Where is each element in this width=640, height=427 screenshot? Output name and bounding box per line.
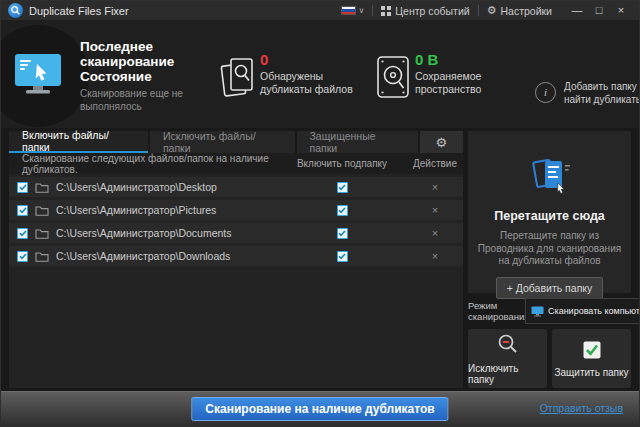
- protect-folder-button[interactable]: Защитить папку: [552, 329, 631, 388]
- list-settings-button[interactable]: ⚙: [420, 131, 463, 153]
- protected-check-icon: [582, 340, 602, 360]
- folder-icon: [35, 251, 49, 262]
- titlebar: Duplicate Files Fixer ∨ Центр событий ⚙ …: [1, 1, 639, 20]
- add-folder-label: Добавить папку: [516, 282, 593, 294]
- folder-icon: [35, 205, 49, 216]
- disk-space-icon: [375, 55, 411, 99]
- gear-icon: ⚙: [436, 135, 448, 150]
- magnifier-minus-icon: [496, 332, 520, 356]
- last-scan-title-line3: Состояние: [80, 69, 174, 84]
- last-scan-title-line1: Последнее: [80, 39, 174, 54]
- space-saved-label: Сохраняемое пространство: [415, 70, 497, 96]
- divider: [372, 5, 373, 16]
- folder-icon: [35, 182, 49, 193]
- drag-drop-zone[interactable]: Перетащите сюда Перетащите папку из Пров…: [468, 131, 631, 293]
- folder-icon: [35, 228, 49, 239]
- duplicate-files-icon: [220, 54, 258, 100]
- tab-protected-folders[interactable]: Защищенные папки: [297, 131, 418, 153]
- language-selector[interactable]: ∨: [341, 6, 364, 15]
- duplicates-count: 0: [260, 51, 360, 68]
- subfolder-checkbox[interactable]: [337, 205, 348, 216]
- table-header: Сканирование следующих файлов/папок на н…: [9, 153, 463, 174]
- remove-row-button[interactable]: ×: [407, 227, 463, 239]
- scan-mode-row: Режим сканирования Сканировать компьютер…: [468, 297, 631, 325]
- chevron-down-icon: ∨: [358, 7, 364, 15]
- remove-row-button[interactable]: ×: [407, 204, 463, 216]
- app-logo-icon: [8, 3, 23, 18]
- subfolder-checkbox[interactable]: [337, 251, 348, 262]
- folder-list-panel: Включить файлы/папки Исключить файлы/пап…: [9, 131, 463, 388]
- minimize-button[interactable]: —: [566, 1, 588, 20]
- russian-flag-icon: [341, 6, 356, 15]
- maximize-button[interactable]: □: [588, 1, 610, 20]
- close-button[interactable]: ×: [610, 1, 632, 20]
- add-folder-button[interactable]: + Добавить папку: [496, 277, 604, 299]
- app-window: Duplicate Files Fixer ∨ Центр событий ⚙ …: [0, 0, 640, 427]
- row-checkbox[interactable]: [17, 182, 28, 193]
- header-action: Действие: [407, 158, 463, 169]
- footer-bar: Сканирование на наличие дубликатов Отпра…: [1, 391, 639, 426]
- table-row: C:\Users\Администратор\Downloads ×: [9, 246, 463, 266]
- monitor-icon: [531, 306, 544, 317]
- folder-action-buttons: Исключить папку Защитить папку: [468, 329, 631, 388]
- last-scan-status: Сканирование еще не выполнялось: [80, 87, 205, 113]
- subfolder-checkbox[interactable]: [337, 182, 348, 193]
- add-folder-hint: Добавить папку в найти дубликаты: [564, 81, 639, 106]
- right-panel: Перетащите сюда Перетащите папку из Пров…: [468, 131, 631, 388]
- header-path: Сканирование следующих файлов/папок на н…: [9, 153, 277, 175]
- folder-path: C:\Users\Администратор\Desktop: [56, 181, 217, 193]
- row-checkbox[interactable]: [17, 228, 28, 239]
- last-scan-title-line2: сканирование: [80, 54, 174, 69]
- drag-documents-icon: [527, 153, 573, 199]
- protect-folder-label: Защитить папку: [554, 367, 628, 378]
- header-subfolder: Включить подпапку: [277, 158, 407, 169]
- feedback-link[interactable]: Отправить отзыв: [540, 402, 623, 414]
- exclude-folder-button[interactable]: Исключить папку: [468, 329, 547, 388]
- folder-path: C:\Users\Администратор\Downloads: [56, 250, 230, 262]
- table-row: C:\Users\Администратор\Desktop ×: [9, 177, 463, 197]
- remove-row-button[interactable]: ×: [407, 250, 463, 262]
- remove-row-button[interactable]: ×: [407, 181, 463, 193]
- scan-mode-select[interactable]: Сканировать компьютер ✓ ∨: [525, 298, 640, 324]
- folder-path: C:\Users\Администратор\Pictures: [56, 204, 216, 216]
- computer-icon: [10, 52, 66, 100]
- scan-mode-label: Режим сканирования: [468, 300, 525, 323]
- tab-exclude-files[interactable]: Исключить файлы/папки: [150, 131, 295, 153]
- plus-icon: +: [507, 282, 513, 294]
- row-checkbox[interactable]: [17, 205, 28, 216]
- last-scan-title: Последнее сканирование Состояние: [80, 39, 174, 84]
- tab-bar: Включить файлы/папки Исключить файлы/пап…: [9, 131, 463, 153]
- folder-path: C:\Users\Администратор\Documents: [56, 227, 232, 239]
- event-center-label: Центр событий: [395, 5, 469, 17]
- grid-icon: [381, 6, 391, 16]
- main-area: Включить файлы/папки Исключить файлы/пап…: [1, 128, 639, 391]
- exclude-folder-label: Исключить папку: [468, 363, 547, 385]
- gear-icon: ⚙: [487, 4, 497, 17]
- info-icon: i: [535, 82, 556, 103]
- tab-include-files[interactable]: Включить файлы/папки: [9, 131, 148, 153]
- settings-label: Настройки: [501, 5, 553, 17]
- dropzone-description: Перетащите папку из Проводника для скани…: [476, 230, 623, 268]
- settings-button[interactable]: ⚙ Настройки: [487, 4, 552, 17]
- scan-mode-value: Сканировать компьютер: [548, 306, 640, 316]
- space-saved-value: 0 В: [415, 51, 497, 68]
- dropzone-title: Перетащите сюда: [468, 209, 631, 223]
- table-row: C:\Users\Администратор\Pictures ×: [9, 200, 463, 220]
- last-scan-badge: [1, 25, 89, 127]
- summary-panel: Последнее сканирование Состояние Сканиро…: [1, 20, 639, 128]
- event-center-button[interactable]: Центр событий: [381, 5, 469, 17]
- window-title: Duplicate Files Fixer: [29, 5, 129, 17]
- scan-button[interactable]: Сканирование на наличие дубликатов: [191, 397, 448, 421]
- row-checkbox[interactable]: [17, 251, 28, 262]
- table-row: C:\Users\Администратор\Documents ×: [9, 223, 463, 243]
- duplicates-label: Обнаружены дубликаты файлов: [260, 70, 360, 96]
- subfolder-checkbox[interactable]: [337, 228, 348, 239]
- divider: [478, 5, 479, 16]
